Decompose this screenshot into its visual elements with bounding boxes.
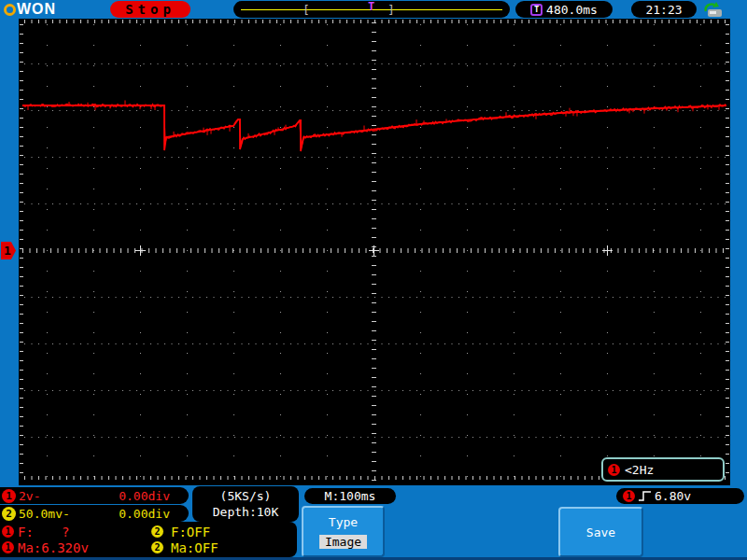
logo-o-ring-icon — [4, 4, 16, 16]
sample-rate-box: (5KS/s) Depth:10K — [192, 486, 299, 522]
scope-display — [19, 19, 730, 485]
ch1-badge: 1 — [2, 525, 14, 538]
measure-row-max: 1 Ma:6.320v 2 Ma:OFF — [2, 539, 297, 555]
sample-rate: (5KS/s) — [220, 488, 272, 504]
ch2-freq-value: F:OFF — [171, 525, 210, 539]
ch1-readout: 1 2v- 0.00div — [0, 487, 189, 504]
channel1-position-marker[interactable]: 1 — [1, 242, 16, 259]
ch1-freq-value: ? — [62, 525, 69, 539]
bottom-status-area: 1 2v- 0.00div 2 50.0mv- 0.00div (5KS/s) … — [0, 485, 747, 560]
frequency-counter: 1 <2Hz — [601, 457, 725, 482]
ch2-badge: 2 — [151, 541, 163, 553]
memory-depth: Depth:10K — [213, 504, 278, 520]
rising-edge-icon — [638, 490, 652, 502]
type-menu-button[interactable]: Type Image — [302, 506, 385, 557]
type-button-label: Type — [329, 515, 358, 529]
ch1-badge: 1 — [2, 489, 16, 503]
frequency-value: <2Hz — [625, 463, 654, 477]
ch2-badge: 2 — [2, 507, 16, 521]
ch1-badge: 1 — [2, 541, 14, 553]
type-button-value: Image — [319, 535, 367, 549]
top-status-bar: WON Stop [ ] T T 480.0ms 21:23 — [0, 0, 747, 19]
ch1-freq-label: F: — [18, 525, 34, 539]
clock: 21:23 — [631, 1, 697, 18]
ch2-position: 0.00div — [101, 507, 170, 521]
trigger-position-marker: T — [368, 0, 374, 13]
ch2-max-value: Ma:OFF — [171, 540, 218, 555]
memory-position-bar[interactable]: [ ] T — [233, 1, 510, 18]
window-left-bracket: [ — [303, 3, 310, 17]
ch1-position: 0.00div — [101, 489, 170, 503]
owon-logo: WON — [4, 1, 56, 18]
trigger-time-readout: T 480.0ms — [515, 1, 613, 18]
trigger-level-value: 6.80v — [655, 489, 691, 503]
trigger-level-readout: 1 6.80v — [616, 488, 744, 504]
logo-text: WON — [17, 1, 56, 18]
trigger-time-value: 480.0ms — [546, 3, 598, 17]
ch1-scale: 2v- — [19, 489, 40, 503]
ch1-max-value: Ma:6.320v — [18, 540, 89, 555]
ch2-readout: 2 50.0mv- 0.00div — [0, 505, 189, 522]
measure-row-freq: 1 F: ? 2 F:OFF — [2, 524, 297, 539]
trigger-source-badge: 1 — [623, 490, 635, 502]
save-button[interactable]: Save — [558, 507, 643, 557]
timebase-readout: M:100ms — [304, 488, 396, 504]
save-button-label: Save — [586, 525, 615, 539]
ch2-badge: 2 — [151, 525, 163, 538]
ch2-scale: 50.0mv- — [19, 507, 70, 521]
channel1-badge: 1 — [608, 464, 620, 476]
measurements-box: 1 F: ? 2 F:OFF 1 Ma:6.320v 2 Ma:OFF — [0, 522, 297, 557]
trigger-t-icon: T — [530, 4, 543, 16]
window-right-bracket: ] — [388, 3, 395, 17]
graticule-and-trace — [19, 19, 730, 485]
usb-save-icon — [702, 2, 726, 18]
acquisition-status-stop[interactable]: Stop — [110, 1, 190, 18]
